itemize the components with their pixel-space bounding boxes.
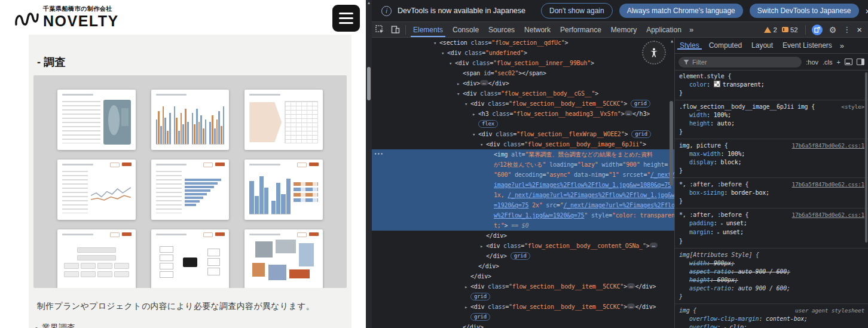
dom-tree-node[interactable]: "600" decoding="async" data-nimg="1" src… bbox=[372, 170, 674, 180]
grid-badge[interactable]: grid bbox=[511, 252, 530, 260]
resource-link[interactable]: image?url=%2Fimages%2Fflow%2Fflow_1.jpg&… bbox=[494, 182, 671, 188]
stylesheet-link[interactable]: user agent stylesheet bbox=[795, 306, 864, 315]
expander-open-icon[interactable]: ▾ bbox=[480, 140, 486, 149]
dom-tree-node[interactable]: ▸<div class="flow_section__body__content… bbox=[372, 241, 674, 251]
grid-badge[interactable]: grid bbox=[470, 293, 490, 301]
resource-link[interactable]: =1920&q=75 bbox=[494, 202, 528, 209]
toggle-class-button[interactable]: .cls bbox=[823, 59, 833, 66]
dom-tree-node[interactable]: ▸<div class="flow_section__body__item__5… bbox=[372, 281, 674, 292]
stylesheet-link[interactable]: <style> bbox=[841, 103, 864, 111]
css-declaration[interactable]: display: block; bbox=[679, 158, 864, 167]
match-chrome-language-button[interactable]: Always match Chrome's language bbox=[619, 4, 743, 18]
css-declaration[interactable]: width: 900px; bbox=[679, 259, 864, 268]
expander-open-icon[interactable]: ▾ bbox=[457, 89, 463, 99]
stylesheet-link[interactable]: 17b6a5f847bd0e62.css:1 bbox=[792, 211, 864, 219]
dom-tree-node[interactable]: ▾<div class="flow_section__body__image__… bbox=[372, 139, 674, 149]
tab-application[interactable]: Application bbox=[641, 22, 686, 37]
ellipsis-expand-icon[interactable]: … bbox=[627, 304, 635, 309]
css-declaration[interactable]: color: transparent; bbox=[679, 81, 864, 89]
dom-tree-node[interactable]: 1x, /_next/image?url=%2Fimages%2Fflow%2F… bbox=[372, 190, 674, 200]
css-declaration[interactable]: margin: ▸ unset; bbox=[679, 228, 864, 237]
expander-open-icon[interactable]: ▾ bbox=[433, 38, 439, 48]
ellipsis-expand-icon[interactable]: … bbox=[625, 111, 632, 116]
css-declaration[interactable]: padding: ▸ unset; bbox=[679, 219, 864, 228]
elements-scrollbar-thumb[interactable] bbox=[670, 101, 673, 186]
dom-tree-node[interactable]: </div> bbox=[372, 322, 674, 328]
infobar-close-icon[interactable]: × bbox=[866, 6, 868, 16]
css-declaration[interactable]: aspect-ratio: auto 900 / 600; bbox=[679, 284, 864, 293]
css-declaration[interactable]: overflow-clip-margin: content-box; bbox=[679, 315, 864, 323]
dom-tree-node[interactable]: flex bbox=[372, 119, 674, 129]
device-posture-icon[interactable] bbox=[812, 24, 823, 35]
more-tabs-icon[interactable]: » bbox=[686, 25, 696, 34]
expander-open-icon[interactable]: ▾ bbox=[472, 130, 478, 139]
expander-closed-icon[interactable]: ▸ bbox=[480, 241, 486, 251]
resource-link[interactable]: /_next/image?url=%2Fimages%2Fflow%2Fflow… bbox=[508, 192, 674, 198]
switch-devtools-japanese-button[interactable]: Switch DevTools to Japanese bbox=[750, 4, 859, 18]
css-declaration[interactable]: aspect-ratio: auto 900 / 600; bbox=[679, 268, 864, 276]
dom-tree-node[interactable]: ▾<div class="flow_section__body__cGS__"> bbox=[372, 88, 674, 99]
resource-link[interactable]: /_next/image?url=%2Fimages%2Fflo bbox=[563, 202, 674, 209]
css-declaration[interactable]: overflow: ▸ clip; bbox=[679, 323, 864, 328]
dom-tree-node[interactable]: が12枚並んでいる" loading="lazy" width="900" he… bbox=[372, 160, 674, 170]
resource-link[interactable]: w%2Fflow_1.jpg&w=1920&q=75 bbox=[494, 212, 584, 219]
console-warnings-button[interactable]: 2 bbox=[764, 26, 777, 33]
dom-tree-node[interactable]: =1920&q=75 2x" src="/_next/image?url=%2F… bbox=[372, 200, 674, 210]
dom-tree-node[interactable]: ▾<div class="undefined"> bbox=[372, 48, 674, 58]
css-selector[interactable]: img[Attributes Style] { bbox=[679, 251, 864, 259]
stylesheet-link[interactable]: 17b6a5f847bd0e62.css:1 bbox=[792, 142, 864, 150]
dom-tree-node[interactable]: t;"> == $0 bbox=[372, 220, 674, 231]
dom-tree-node[interactable]: <span id="sec02"></span> bbox=[372, 68, 674, 78]
devtools-menu-kebab-icon[interactable]: ⋮ bbox=[843, 25, 851, 34]
tab-network[interactable]: Network bbox=[519, 22, 555, 37]
css-declaration[interactable]: width: 100%; bbox=[679, 111, 864, 119]
toggle-hover-state-button[interactable]: :hov bbox=[806, 59, 818, 66]
dom-tree-node[interactable]: ▾<div class="flow_section__flexWrap__WOE… bbox=[372, 129, 674, 139]
tab-sources[interactable]: Sources bbox=[484, 22, 519, 37]
devtools-close-icon[interactable]: × bbox=[857, 24, 862, 35]
dom-tree-node[interactable]: w%2Fflow_1.jpg&w=1920&q=75" style="color… bbox=[372, 210, 674, 220]
expander-closed-icon[interactable]: ▸ bbox=[464, 282, 470, 292]
styles-more-tabs-icon[interactable]: » bbox=[837, 41, 847, 50]
styles-tab-computed[interactable]: Computed bbox=[704, 41, 747, 50]
settings-gear-icon[interactable]: ⚙ bbox=[829, 25, 837, 35]
dom-tree-node[interactable]: ▾<div class="flow_section__body__item__5… bbox=[372, 99, 674, 109]
css-selector[interactable]: .flow_section__body__image__6pJii img { bbox=[679, 103, 864, 111]
dom-tree-node[interactable]: grid bbox=[372, 312, 674, 322]
inspect-element-icon[interactable] bbox=[375, 25, 384, 35]
issues-button[interactable]: 52 bbox=[782, 26, 798, 33]
tab-performance[interactable]: Performance bbox=[555, 22, 606, 37]
device-toolbar-icon[interactable] bbox=[390, 25, 400, 35]
tab-console[interactable]: Console bbox=[448, 22, 484, 37]
styles-filter-input[interactable]: Filter bbox=[678, 57, 802, 68]
new-style-rule-button[interactable]: + bbox=[837, 59, 841, 66]
rendering-emulation-icon[interactable] bbox=[845, 59, 852, 65]
tab-elements[interactable]: Elements bbox=[408, 22, 448, 37]
css-declaration[interactable]: box-sizing: border-box; bbox=[679, 189, 864, 197]
expander-closed-icon[interactable]: ▸ bbox=[457, 79, 463, 88]
styles-tab-event-listeners[interactable]: Event Listeners bbox=[778, 41, 837, 50]
css-declaration[interactable]: height: 600px; bbox=[679, 276, 864, 284]
dom-tree-node[interactable]: </div> bbox=[372, 271, 674, 281]
computed-panel-toggle-icon[interactable] bbox=[857, 59, 864, 65]
grid-badge[interactable]: grid bbox=[470, 313, 490, 321]
hamburger-menu-button[interactable] bbox=[332, 5, 360, 32]
dom-tree-node[interactable]: ▾<section class="flow_section__qdfUc"> bbox=[372, 38, 674, 48]
grid-badge[interactable]: grid bbox=[631, 130, 651, 138]
accessibility-widget-icon[interactable] bbox=[642, 41, 666, 65]
dom-tree-node[interactable]: </div> grid bbox=[372, 251, 674, 261]
page-scrollbar[interactable]: ▲ bbox=[366, 0, 372, 328]
expander-open-icon[interactable]: ▾ bbox=[464, 99, 470, 109]
site-logo[interactable]: 千葉県船橋市の制作会社 NOVELTY bbox=[14, 5, 119, 30]
expander-open-icon[interactable]: ▾ bbox=[449, 59, 455, 68]
dont-show-again-button[interactable]: Don't show again bbox=[541, 3, 613, 19]
css-selector[interactable]: element.style { bbox=[679, 72, 864, 81]
dom-tree-node[interactable]: image?url=%2Fimages%2Fflow%2Fflow_1.jpg&… bbox=[372, 180, 674, 190]
elements-scrollbar-up-icon[interactable]: ▲ bbox=[671, 39, 673, 44]
ellipsis-expand-icon[interactable]: … bbox=[480, 80, 488, 85]
dom-tree-node[interactable]: </div> bbox=[372, 231, 674, 241]
dom-tree-node[interactable]: ▸<div>…</div> bbox=[372, 78, 674, 88]
expander-open-icon[interactable]: ▾ bbox=[441, 48, 447, 58]
tab-memory[interactable]: Memory bbox=[606, 22, 641, 37]
grid-badge[interactable]: grid bbox=[631, 100, 650, 108]
